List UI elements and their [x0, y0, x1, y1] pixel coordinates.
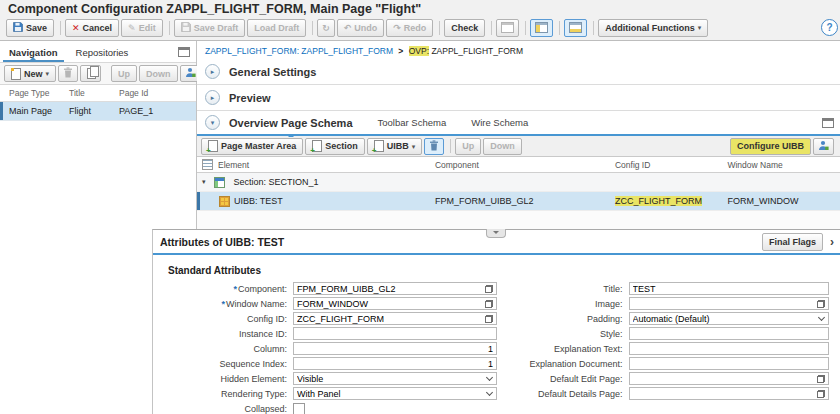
save-draft-button[interactable]: Save Draft: [174, 19, 246, 37]
tree-expanded-icon[interactable]: ▾: [202, 178, 206, 186]
collapsed-checkbox[interactable]: [293, 403, 305, 414]
component-field[interactable]: FPM_FORM_UIBB_GL2: [293, 282, 497, 295]
explanation-document-field[interactable]: [629, 357, 829, 370]
title-field[interactable]: TEST: [629, 282, 829, 295]
section-overview-page-schema: ▾ Overview Page Schema Toolbar Schema Wi…: [197, 111, 840, 136]
breadcrumb-link[interactable]: ZAPPL_FLIGHT_FORM: ZAPPL_FLIGHT_FORM: [205, 46, 393, 56]
move-down-button[interactable]: Down: [139, 65, 178, 82]
schema-row-section[interactable]: ▾ Section: SECTION_1: [197, 173, 840, 192]
edit-pencil-icon: ✎: [128, 23, 136, 33]
tab-navigation[interactable]: Navigation: [0, 47, 67, 62]
value-help-icon[interactable]: [817, 375, 825, 383]
load-draft-button[interactable]: Load Draft: [247, 19, 306, 37]
style-field[interactable]: [629, 327, 829, 340]
field-label: Explanation Document:: [499, 359, 629, 369]
instance-id-field[interactable]: [293, 327, 497, 340]
toolbar-separator: [312, 21, 313, 35]
page-title: Component Configuration ZAPPL_FLIGHT_FOR…: [0, 0, 840, 17]
expand-general-settings-button[interactable]: ▸: [205, 64, 220, 79]
expand-preview-button[interactable]: ▸: [205, 90, 220, 105]
add-uibb-button[interactable]: UIBB ▾: [367, 138, 423, 155]
field-label: Rendering Type:: [157, 389, 293, 399]
section-preview: ▸ Preview: [197, 85, 840, 111]
form-left-column: Component: FPM_FORM_UIBB_GL2 Window Name…: [157, 282, 499, 414]
element-down-button[interactable]: Down: [483, 138, 522, 155]
edit-button[interactable]: ✎ Edit: [121, 19, 163, 37]
window-name-field[interactable]: FORM_WINDOW: [293, 297, 497, 310]
undo-button[interactable]: ↶ Undo: [337, 19, 385, 37]
section-general-settings: ▸ General Settings: [197, 59, 840, 85]
value-help-icon[interactable]: [817, 300, 825, 308]
sequence-index-field[interactable]: 1: [293, 357, 497, 370]
cancel-button[interactable]: ✕ Cancel: [65, 19, 119, 37]
toolbar-separator: [491, 21, 492, 35]
field-row: Instance ID:: [157, 327, 499, 340]
save-button[interactable]: Save: [6, 19, 54, 37]
field-label: Collapsed:: [157, 404, 293, 414]
field-row: Padding: Automatic (Default): [499, 312, 840, 325]
main-area: ZAPPL_FLIGHT_FORM: ZAPPL_FLIGHT_FORM > O…: [197, 41, 840, 229]
refresh-icon: ↻: [322, 23, 330, 33]
add-section-button[interactable]: Section: [305, 138, 365, 155]
default-edit-page-field[interactable]: [629, 372, 829, 385]
sidebar-tabs: Navigation Repositories: [0, 41, 196, 63]
collapse-overview-button[interactable]: ▾: [205, 115, 220, 130]
value-help-icon[interactable]: [817, 390, 825, 398]
hidden-element-select[interactable]: Visible: [293, 372, 497, 385]
config-id-field[interactable]: ZCC_FLIGHT_FORM: [293, 312, 497, 325]
refresh-button[interactable]: ↻: [317, 19, 335, 37]
tab-overview-page-schema[interactable]: Overview Page Schema: [229, 117, 353, 129]
value-help-icon[interactable]: [485, 315, 493, 323]
toggle-attributes-panel-button[interactable]: [564, 19, 587, 37]
tab-toolbar-schema[interactable]: Toolbar Schema: [378, 117, 447, 128]
help-button[interactable]: ?: [821, 19, 838, 36]
redo-button[interactable]: ↷ Redo: [386, 19, 433, 37]
field-row: Explanation Text:: [499, 342, 840, 355]
cell-element: UIBB: TEST: [234, 196, 283, 206]
toggle-navigation-panel-button[interactable]: [530, 19, 553, 37]
tab-repositories[interactable]: Repositories: [67, 47, 138, 62]
schema-personalize-button[interactable]: [813, 138, 834, 155]
final-flags-button[interactable]: Final Flags: [762, 233, 823, 251]
navigation-sidebar: Navigation Repositories New ▾ Up: [0, 41, 197, 229]
field-row: Default Edit Page:: [499, 372, 840, 385]
default-details-page-field[interactable]: [629, 387, 829, 400]
padding-select[interactable]: Automatic (Default): [629, 312, 829, 325]
section-maximize-icon[interactable]: [822, 118, 834, 128]
page-row-main-page[interactable]: Main Page Flight PAGE_1: [0, 102, 196, 121]
field-row: Window Name: FORM_WINDOW: [157, 297, 499, 310]
copy-page-button[interactable]: [80, 65, 101, 82]
column-field[interactable]: 1: [293, 342, 497, 355]
check-button[interactable]: Check: [444, 19, 485, 37]
delete-page-button[interactable]: [58, 65, 78, 82]
layout-button[interactable]: [496, 19, 519, 37]
move-up-button[interactable]: Up: [111, 65, 137, 82]
check-label: Check: [451, 23, 478, 33]
value-help-icon[interactable]: [485, 300, 493, 308]
field-label: Window Name:: [226, 299, 287, 309]
field-row: Title: TEST: [499, 282, 840, 295]
image-field[interactable]: [629, 297, 829, 310]
panel-expand-chevron-icon[interactable]: ›: [830, 235, 834, 249]
down-label: Down: [490, 141, 515, 151]
new-page-button[interactable]: New ▾: [4, 65, 56, 82]
delete-element-button[interactable]: [424, 138, 444, 155]
add-page-master-area-button[interactable]: Page Master Area: [201, 138, 303, 155]
configure-uibb-label: Configure UIBB: [737, 141, 804, 151]
rendering-type-select[interactable]: With Panel: [293, 387, 497, 400]
toolbar-separator: [525, 21, 526, 35]
field-row: Style:: [499, 327, 840, 340]
standard-attributes-title: Standard Attributes: [168, 265, 840, 276]
schema-table-header: Element Component Config ID Window Name: [197, 157, 840, 173]
sidebar-maximize-icon[interactable]: [178, 47, 190, 57]
splitter-collapse-button[interactable]: [486, 229, 506, 238]
additional-functions-button[interactable]: Additional Functions ▾: [598, 19, 708, 37]
schema-row-uibb[interactable]: UIBB: TEST FPM_FORM_UIBB_GL2 ZCC_FLIGHT_…: [197, 192, 840, 211]
tab-wire-schema[interactable]: Wire Schema: [471, 117, 528, 128]
configure-uibb-button[interactable]: Configure UIBB: [730, 138, 811, 155]
element-up-button[interactable]: Up: [455, 138, 481, 155]
final-flags-label: Final Flags: [769, 237, 816, 247]
field-row: Sequence Index: 1: [157, 357, 499, 370]
explanation-text-field[interactable]: [629, 342, 829, 355]
value-help-icon[interactable]: [485, 285, 493, 293]
